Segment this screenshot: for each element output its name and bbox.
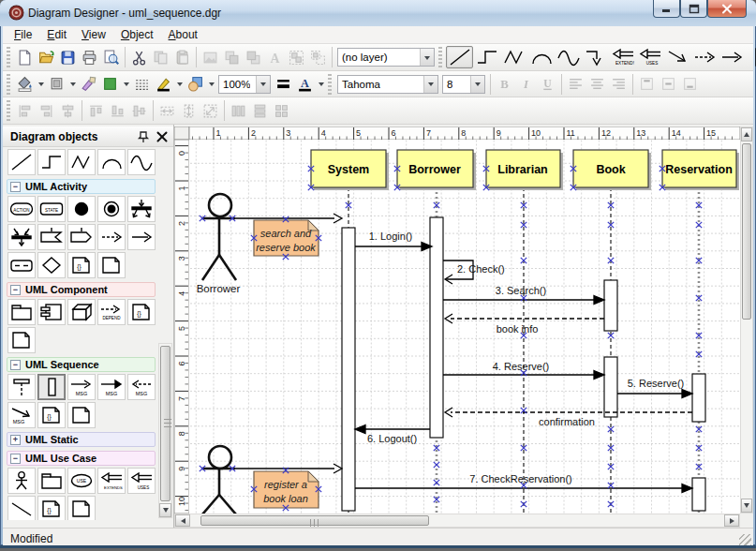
pin-icon[interactable] [137, 130, 150, 143]
canvas-scroll-left-button[interactable] [175, 514, 190, 527]
palette-item-usecase[interactable]: USE [67, 468, 96, 494]
palette-item-join[interactable] [7, 224, 36, 250]
diagram-canvas[interactable]: 123456789101112131415 012345678910 Syste… [174, 127, 740, 514]
hatch-style-button[interactable] [131, 74, 153, 95]
canvas-scroll-right-button[interactable] [724, 514, 739, 527]
format-brush-button[interactable] [78, 74, 99, 95]
panel-scroll-down-button[interactable] [159, 503, 171, 517]
palette-item-final-node[interactable] [97, 196, 126, 222]
palette-item-actor[interactable] [7, 468, 36, 494]
shape-style-dropdown-button[interactable] [206, 74, 216, 95]
palette-item-line-arc[interactable] [97, 149, 126, 175]
participant-system[interactable]: System [311, 150, 389, 190]
section-uml-static[interactable]: +UML Static [7, 432, 156, 447]
palette-item-receive-signal[interactable] [37, 224, 66, 250]
section-uml-activity[interactable]: −UML Activity [7, 179, 156, 194]
palette-item-note[interactable] [97, 252, 126, 278]
palette-item-line-curve[interactable] [127, 149, 156, 175]
palette-item-depend[interactable]: DEPEND [97, 299, 126, 325]
arrow-uses-button[interactable]: USES [636, 46, 663, 68]
canvas-vscrollbar[interactable] [740, 127, 753, 514]
palette-item-activity-box[interactable] [7, 252, 36, 278]
canvas-vscrollbar-thumb[interactable] [742, 143, 751, 320]
section-uml-sequence[interactable]: −UML Sequence [7, 357, 156, 372]
participant-librarian[interactable]: Librarian [486, 150, 563, 190]
maximize-button[interactable] [680, 0, 707, 18]
pen-color-button[interactable] [153, 74, 174, 95]
line-angle-button[interactable] [582, 46, 609, 68]
frame-style-button[interactable] [46, 74, 67, 95]
toolbar-grip[interactable] [7, 47, 10, 67]
fill-color-button[interactable] [14, 74, 36, 95]
font-size-dropdown[interactable]: 8 [442, 75, 485, 94]
line-arc-button[interactable] [527, 46, 555, 68]
drawing-area[interactable] [189, 140, 740, 514]
section-uml-component[interactable]: −UML Component [7, 282, 156, 297]
palette-item-initial-node[interactable] [67, 196, 96, 222]
palette-item-line-zigzag[interactable] [67, 149, 96, 175]
title-bar[interactable]: Diagram Designer - uml_sequence.dgr [0, 0, 756, 26]
fill-color-dropdown-button[interactable] [36, 74, 46, 95]
palette-item-note-tag[interactable]: {} [37, 402, 66, 428]
participant-boxes[interactable]: System Borrower Librarian Book [311, 150, 739, 190]
layer-dropdown-button[interactable] [420, 49, 434, 66]
collapse-icon[interactable]: − [10, 182, 21, 192]
collapse-icon[interactable]: − [10, 360, 21, 370]
canvas-scroll-down-button[interactable] [741, 499, 752, 513]
palette-item-msg-filled[interactable]: MSG [97, 374, 126, 400]
section-uml-use-case[interactable]: −UML Use Case [7, 451, 156, 466]
palette-item-decision[interactable] [37, 252, 66, 278]
palette-item-arrow-open[interactable] [127, 224, 156, 250]
line-straight-button[interactable] [446, 46, 473, 68]
font-dropdown[interactable]: Tahoma [337, 75, 438, 94]
palette-item-activation-box[interactable] [37, 374, 66, 400]
open-button[interactable] [36, 47, 57, 67]
layer-dropdown[interactable]: (no layer) [337, 48, 435, 67]
arrow-dashed-button[interactable] [690, 46, 718, 68]
toolbar-grip[interactable] [7, 100, 10, 121]
fill-solid-button[interactable] [99, 74, 121, 95]
line-zigzag-button[interactable] [500, 46, 527, 68]
font-dropdown-button[interactable] [423, 76, 437, 93]
expand-icon[interactable]: + [10, 435, 21, 445]
palette-item-note[interactable] [67, 402, 96, 428]
palette-item-msg-return[interactable]: MSG [127, 374, 156, 400]
menu-edit[interactable]: Edit [39, 26, 74, 43]
activation-system[interactable] [342, 228, 355, 511]
canvas-hscrollbar[interactable] [174, 514, 740, 528]
font-size-dropdown-button[interactable] [470, 76, 484, 93]
palette-item-note[interactable] [7, 327, 36, 353]
palette-item-cube[interactable] [67, 299, 96, 325]
palette-item-package[interactable] [7, 299, 36, 325]
activation-book-1[interactable] [604, 280, 617, 331]
toolbar-grip[interactable] [7, 74, 10, 95]
line-curve-button[interactable] [555, 46, 582, 68]
panel-close-icon[interactable] [156, 130, 169, 143]
line-step-button[interactable] [473, 46, 500, 68]
palette-item-note[interactable] [67, 496, 96, 520]
palette-item-state[interactable]: STATE [37, 196, 66, 222]
palette-item-arrow-uses2[interactable]: USES [127, 468, 156, 494]
frame-style-dropdown-button[interactable] [67, 74, 78, 95]
print-preview-button[interactable] [100, 47, 122, 67]
minimize-button[interactable] [653, 0, 680, 18]
palette-item-send-signal[interactable] [67, 224, 96, 250]
activation-box-button[interactable] [745, 46, 756, 68]
pen-color-dropdown-button[interactable] [174, 74, 185, 95]
note-search-reserve[interactable]: search and reserve book [254, 220, 319, 256]
activation-reservation-2[interactable] [692, 478, 705, 511]
palette-item-fork[interactable] [127, 196, 156, 222]
close-button[interactable] [707, 0, 747, 18]
palette-item-msg-async[interactable]: MSG [7, 402, 36, 428]
activation-borrower[interactable] [430, 217, 443, 438]
cut-button[interactable] [128, 47, 150, 67]
menu-object[interactable]: Object [113, 26, 161, 43]
menu-file[interactable]: File [7, 26, 39, 43]
toolbar-grip[interactable] [328, 74, 332, 95]
zoom-dropdown-button[interactable] [256, 76, 270, 93]
shape-style-button[interactable] [185, 74, 206, 95]
font-color-button[interactable]: A [294, 74, 316, 95]
participant-book[interactable]: Book [573, 150, 651, 190]
palette-item-package[interactable] [37, 468, 66, 494]
line-width-button[interactable] [273, 74, 294, 95]
